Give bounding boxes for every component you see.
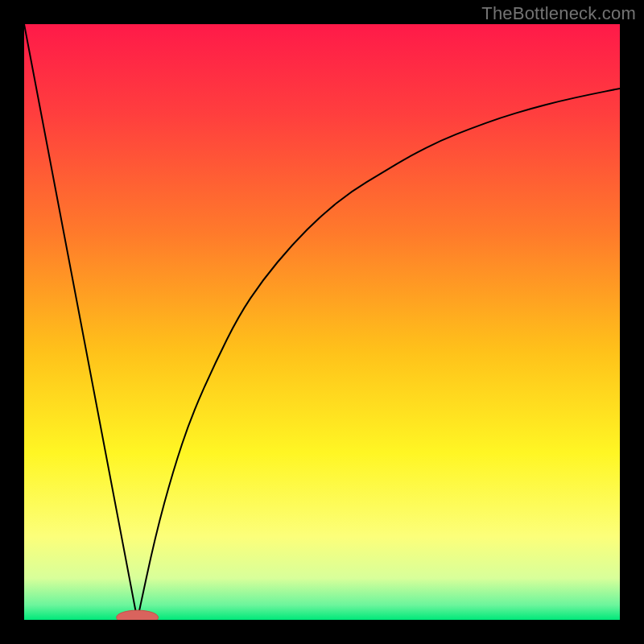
watermark-label: TheBottleneck.com	[481, 3, 636, 24]
plot-area	[24, 24, 620, 620]
bottleneck-chart	[24, 24, 620, 620]
chart-frame: TheBottleneck.com	[0, 0, 644, 644]
gradient-background	[24, 24, 620, 620]
